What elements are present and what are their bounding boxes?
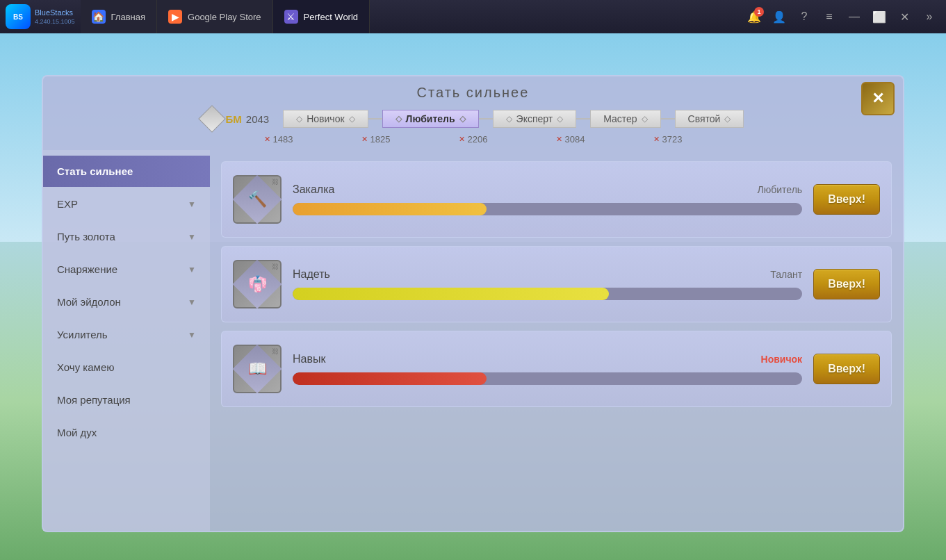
arrow-right-expert: ◇ [557,114,563,124]
minimize-button[interactable]: — [843,6,865,28]
card-skill: 📖 ⛓ Навык Новичок Вверх! [221,331,892,407]
menu-button[interactable]: ≡ [818,6,840,28]
sidebar-item-gold-path[interactable]: Путь золота ▼ [43,221,210,252]
tempering-progress-bg [293,203,802,215]
notification-button[interactable]: 🔔 [743,6,765,28]
sidebar-item-spirit[interactable]: Мой дух [43,417,210,448]
arrow-left-novice: ◇ [296,114,302,124]
equip-level: Талант [770,269,802,280]
tab-master-label: Мастер [603,113,637,124]
main-content: 🔨 ⛓ Закалка Любитель Вверх! [210,150,903,531]
sidebar-label-equipment: Снаряжение [57,263,117,275]
dropdown-arrow-exp: ▼ [188,199,196,209]
level-score-row: ✕ 1483 ✕ 1825 ✕ 2206 ✕ 3084 ✕ 3723 [43,134,903,150]
sidebar: Стать сильнее EXP ▼ Путь золота ▼ Снаряж… [43,150,210,531]
panel-title: Стать сильнее [417,85,530,101]
home-icon: 🏠 [92,10,106,24]
tab-home-label: Главная [111,12,145,22]
skill-info: Навык Новичок [293,353,802,385]
dropdown-arrow-equipment: ▼ [188,265,196,274]
tab-home[interactable]: 🏠 Главная [81,0,157,33]
sidebar-item-become-stronger[interactable]: Стать сильнее [43,156,210,187]
tempering-upgrade-button[interactable]: Вверх! [813,184,880,215]
sidebar-item-want-cameo[interactable]: Хочу камею [43,352,210,383]
arrow-right-master: ◇ [642,114,648,124]
chain-icon-tempering: ⛓ [272,178,279,186]
x-icon-master: ✕ [556,135,562,144]
score-master-value: 3084 [565,134,585,145]
main-panel: Стать сильнее ✕ БМ 2043 ◇ Новичок ◇ ◇ [42,75,904,532]
chain-icon-skill: ⛓ [272,347,279,355]
chain-icon-equip: ⛓ [272,263,279,270]
sidebar-label-reputation: Моя репутация [57,394,131,406]
skill-icon-wrapper: 📖 ⛓ [233,345,282,393]
score-master: ✕ 3084 [522,134,619,145]
tab-game[interactable]: ⚔ Perfect World [273,0,370,33]
x-icon-amateur: ✕ [361,135,368,144]
arrow-left-amateur: ◇ [395,114,402,124]
sidebar-label-spirit: Мой дух [57,427,97,438]
equip-upgrade-button[interactable]: Вверх! [813,269,880,299]
tab-game-label: Perfect World [304,12,359,22]
score-novice-value: 1483 [273,134,293,145]
close-x-icon: ✕ [872,90,884,108]
connector-2 [479,118,493,120]
tab-saint-label: Святой [688,113,721,124]
sidebar-item-exp[interactable]: EXP ▼ [43,188,210,220]
sidebar-item-equipment[interactable]: Снаряжение ▼ [43,254,210,285]
titlebar-controls: 🔔 👤 ? ≡ — ⬜ ✕ » [743,6,940,28]
tempering-level: Любитель [758,184,803,195]
equip-symbol: 👘 [248,275,267,293]
x-icon-saint: ✕ [653,135,660,144]
tab-expert-label: Эксперт [516,113,553,124]
expand-button[interactable]: » [918,6,940,28]
skill-symbol: 📖 [248,360,267,378]
arrow-right-saint: ◇ [724,114,731,124]
equip-progress-fill [293,288,609,300]
bm-badge: БМ 2043 [202,109,270,129]
tab-saint[interactable]: Святой ◇ [675,110,744,128]
equip-header: Надеть Талант [293,268,802,281]
tab-store[interactable]: ▶ Google Play Store [157,0,273,33]
score-amateur: ✕ 1825 [327,134,425,145]
skill-progress-bg [293,372,802,385]
sidebar-item-enhancer[interactable]: Усилитель ▼ [43,319,210,350]
tab-master[interactable]: Мастер ◇ [590,110,660,128]
score-saint-value: 3723 [662,134,683,145]
tab-expert[interactable]: ◇ Эксперт ◇ [493,110,577,128]
tabs-container: 🏠 Главная ▶ Google Play Store ⚔ Perfect … [81,0,743,33]
tempering-info: Закалка Любитель [293,183,802,215]
sidebar-label-eidolon: Мой эйдолон [57,296,121,308]
restore-button[interactable]: ⬜ [868,6,890,28]
sidebar-label-exp: EXP [57,198,78,210]
help-button[interactable]: ? [793,6,815,28]
skill-level: Новичок [761,354,803,365]
tempering-progress-fill [293,203,487,215]
score-expert: ✕ 2206 [425,134,522,145]
store-icon: ▶ [168,10,182,24]
bm-score: 2043 [246,113,269,125]
equip-name: Надеть [293,268,330,281]
tab-amateur[interactable]: ◇ Любитель ◇ [382,110,479,128]
dropdown-arrow-enhancer: ▼ [188,330,196,340]
sidebar-item-eidolon[interactable]: Мой эйдолон ▼ [43,286,210,318]
tab-amateur-label: Любитель [406,113,455,124]
content-area: Стать сильнее EXP ▼ Путь золота ▼ Снаряж… [43,150,903,531]
sidebar-label-enhancer: Усилитель [57,329,108,340]
arrow-left-expert: ◇ [506,114,512,124]
connector-1 [368,118,382,120]
equip-icon-wrapper: 👘 ⛓ [233,260,282,308]
panel-title-bar: Стать сильнее ✕ [43,76,903,106]
close-button[interactable]: ✕ [893,6,915,28]
bluestacks-logo: BS BlueStacks 4.240.15.1005 [6,4,75,29]
account-button[interactable]: 👤 [768,6,790,28]
level-tabs-row: БМ 2043 ◇ Новичок ◇ ◇ Любитель ◇ ◇ Экспе… [43,106,903,134]
arrow-right-amateur: ◇ [459,114,466,124]
skill-upgrade-button[interactable]: Вверх! [813,354,880,384]
dropdown-arrow-eidolon: ▼ [188,297,196,307]
app-name: BlueStacks [35,8,75,17]
sidebar-item-reputation[interactable]: Моя репутация [43,384,210,415]
tab-novice[interactable]: ◇ Новичок ◇ [283,110,368,128]
bluestacks-info: BlueStacks 4.240.15.1005 [35,8,75,24]
x-icon-expert: ✕ [459,135,465,144]
